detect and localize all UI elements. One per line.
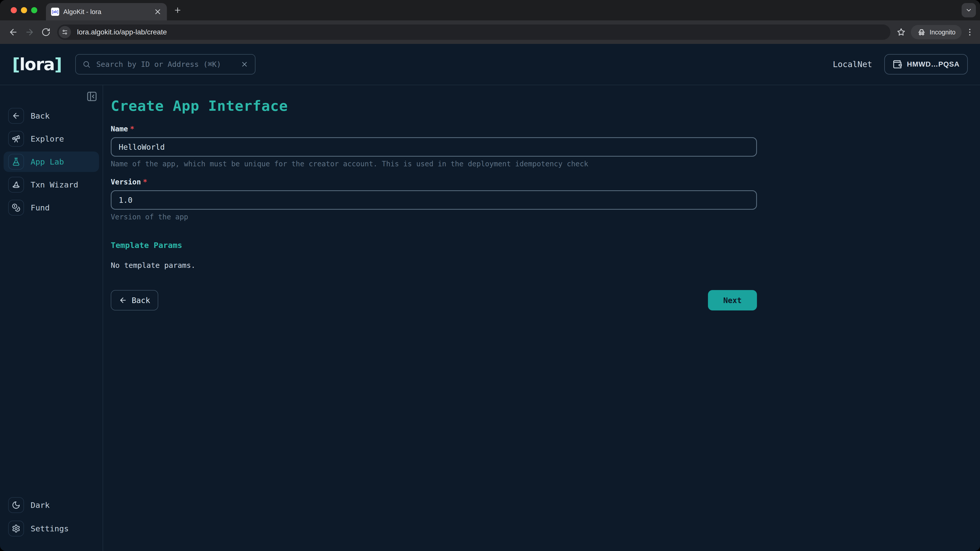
incognito-label: Incognito (930, 29, 956, 36)
main-content: Create App Interface Name* Name of the a… (103, 85, 980, 551)
template-params-title: Template Params (111, 241, 757, 250)
sidebar-item-label: Settings (30, 524, 68, 533)
arrow-left-icon (8, 108, 24, 124)
tab-close-icon[interactable] (154, 8, 162, 16)
moon-icon (8, 497, 24, 513)
create-app-form: Name* Name of the app, which must be uni… (111, 125, 757, 310)
incognito-spy-icon (917, 27, 926, 37)
name-field-label: Name* (111, 125, 757, 133)
tab-strip: [ak] AlgoKit - lora (0, 0, 980, 21)
sidebar-nav: Back Explore (0, 106, 103, 218)
panel-collapse-icon (86, 91, 97, 102)
wallet-icon (892, 59, 902, 69)
chevron-down-icon (965, 6, 972, 14)
sidebar-item-label: Txn Wizard (30, 180, 78, 189)
global-search-box[interactable] (75, 54, 256, 75)
wizard-hat-icon (8, 177, 24, 192)
search-input[interactable] (95, 59, 236, 69)
browser-toolbar: lora.algokit.io/app-lab/create Incognito (0, 21, 980, 44)
logo-text: lora (19, 55, 54, 74)
minimize-window-button[interactable] (21, 7, 27, 13)
browser-window: [ak] AlgoKit - lora lora.algokit.io/a (0, 0, 980, 551)
wallet-button[interactable]: HMWD…PQSA (884, 54, 968, 75)
browser-tab[interactable]: [ak] AlgoKit - lora (46, 3, 167, 21)
url-text: lora.algokit.io/app-lab/create (77, 28, 167, 36)
form-actions: Back Next (111, 290, 757, 310)
page-title: Create App Interface (111, 97, 980, 114)
forward-navigation-button[interactable] (23, 25, 36, 39)
bookmark-star-icon[interactable] (894, 25, 908, 39)
back-button[interactable]: Back (111, 290, 158, 310)
sidebar: Back Explore (0, 85, 103, 551)
sidebar-item-settings[interactable]: Settings (3, 518, 99, 539)
back-navigation-button[interactable] (6, 25, 20, 39)
lora-app-page: [lora] LocalNet HMWD…PQSA (0, 44, 980, 551)
arrow-left-icon (119, 296, 127, 304)
lora-logo[interactable]: [lora] (12, 55, 62, 74)
gear-icon (8, 521, 24, 537)
reload-button[interactable] (39, 25, 52, 39)
sidebar-item-explore[interactable]: Explore (3, 129, 99, 149)
telescope-icon (8, 131, 24, 147)
coins-icon (8, 200, 24, 216)
incognito-badge: Incognito (911, 25, 962, 39)
required-asterisk: * (143, 178, 147, 186)
tab-search-button[interactable] (962, 3, 976, 17)
browser-menu-button[interactable] (965, 25, 975, 39)
maximize-window-button[interactable] (31, 7, 37, 13)
sidebar-footer: Dark Settings (3, 495, 99, 539)
address-bar[interactable]: lora.algokit.io/app-lab/create (57, 24, 891, 40)
next-button[interactable]: Next (708, 290, 757, 310)
version-helper-text: Version of the app (111, 213, 757, 221)
name-helper-text: Name of the app, which must be unique fo… (111, 160, 757, 168)
name-input[interactable] (111, 137, 757, 157)
site-info-icon[interactable] (59, 26, 71, 38)
template-params-empty-text: No template params. (111, 261, 757, 270)
search-icon (83, 60, 91, 68)
new-tab-button[interactable] (173, 6, 182, 14)
tab-favicon: [ak] (51, 8, 59, 16)
sidebar-item-app-lab[interactable]: App Lab (3, 151, 99, 172)
version-input[interactable] (111, 190, 757, 210)
network-selector[interactable]: LocalNet (833, 59, 872, 69)
sidebar-item-label: Back (30, 111, 50, 121)
logo-bracket-right: ] (54, 55, 62, 74)
header-right: LocalNet HMWD…PQSA (833, 54, 968, 75)
sidebar-item-fund[interactable]: Fund (3, 197, 99, 218)
sidebar-item-label: App Lab (30, 157, 64, 166)
tab-title: AlgoKit - lora (63, 8, 154, 16)
sidebar-item-txn-wizard[interactable]: Txn Wizard (3, 175, 99, 195)
sidebar-item-label: Dark (30, 500, 50, 510)
wallet-address-label: HMWD…PQSA (907, 60, 959, 68)
app-header: [lora] LocalNet HMWD…PQSA (0, 44, 980, 85)
logo-bracket-left: [ (12, 55, 19, 74)
sidebar-item-label: Fund (30, 203, 50, 212)
sidebar-collapse-button[interactable] (86, 91, 97, 102)
theme-toggle-dark[interactable]: Dark (3, 495, 99, 515)
flask-icon (8, 154, 24, 170)
traffic-lights (11, 7, 37, 13)
close-window-button[interactable] (11, 7, 17, 13)
required-asterisk: * (130, 125, 134, 133)
sidebar-item-label: Explore (30, 134, 64, 143)
sidebar-item-back[interactable]: Back (3, 106, 99, 126)
version-field-label: Version* (111, 178, 757, 186)
back-button-label: Back (132, 296, 150, 305)
search-clear-icon[interactable] (241, 60, 248, 68)
